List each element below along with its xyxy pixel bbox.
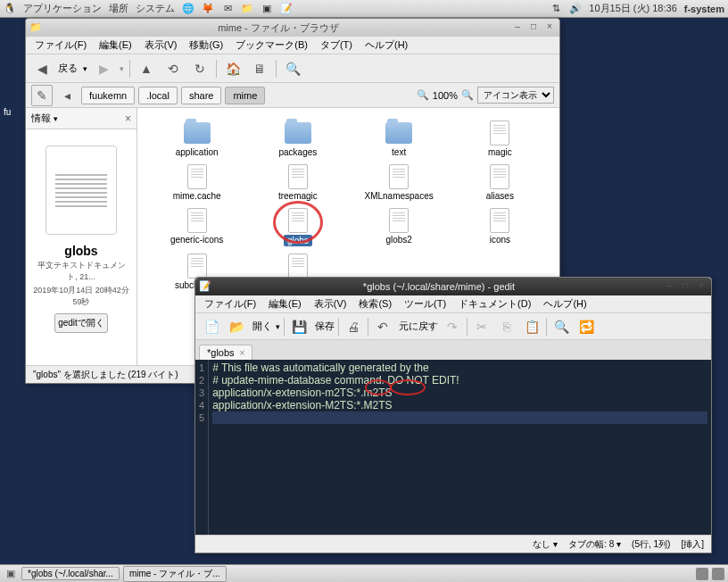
- gedit-titlebar[interactable]: 📝 *globs (~/.local/share/mime) - gedit –…: [195, 278, 711, 295]
- fm-titlebar[interactable]: 📁 mime - ファイル・ブラウザ – □ ×: [26, 19, 559, 37]
- file-item-text[interactable]: text: [351, 119, 448, 159]
- workspace-switcher[interactable]: [696, 568, 708, 580]
- file-manager-icon[interactable]: 📁: [241, 3, 253, 15]
- browser-icon[interactable]: 🌐: [182, 3, 194, 15]
- menu-system[interactable]: システム: [136, 2, 175, 15]
- close-button[interactable]: ×: [543, 21, 556, 34]
- home-button[interactable]: 🏠: [222, 58, 244, 79]
- gedit-maximize-button[interactable]: □: [679, 280, 691, 293]
- status-tabwidth[interactable]: タブの幅: 8 ▾: [568, 538, 621, 551]
- file-item-icons[interactable]: icons: [451, 206, 549, 248]
- path-segment-0[interactable]: fuukemn: [81, 87, 135, 104]
- menu-view[interactable]: 表示(V): [139, 37, 183, 54]
- sidebar-close-button[interactable]: ×: [125, 112, 131, 125]
- path-history-button[interactable]: ◂: [56, 85, 78, 106]
- file-item-XMLnamespaces[interactable]: XMLnamespaces: [351, 162, 448, 203]
- preview-doc-icon: [46, 146, 117, 235]
- status-encoding[interactable]: なし ▾: [533, 538, 558, 551]
- gedit-menu-tools[interactable]: ツール(T): [399, 295, 451, 312]
- back-label[interactable]: 戻る: [58, 62, 78, 75]
- folder-icon: [284, 121, 312, 146]
- save-button[interactable]: 💾: [288, 316, 310, 337]
- menu-bookmarks[interactable]: ブックマーク(B): [230, 37, 313, 54]
- gedit-menu-edit[interactable]: 編集(E): [263, 295, 307, 312]
- file-item-magic[interactable]: magic: [451, 119, 549, 159]
- menu-places[interactable]: 場所: [109, 2, 128, 15]
- terminal-icon[interactable]: ▣: [261, 3, 273, 15]
- line-gutter: 12345: [195, 360, 209, 535]
- path-segment-1[interactable]: .local: [138, 87, 178, 104]
- replace-button[interactable]: 🔁: [575, 316, 597, 337]
- stop-button[interactable]: ⟲: [162, 58, 184, 79]
- paste-button[interactable]: 📋: [521, 316, 542, 337]
- gedit-menu-view[interactable]: 表示(V): [309, 295, 352, 312]
- menu-file[interactable]: ファイル(F): [29, 37, 92, 54]
- gedit-close-button[interactable]: ×: [695, 280, 707, 293]
- file-label: icons: [490, 235, 510, 245]
- task-gedit[interactable]: *globs (~/.local/shar...: [21, 567, 120, 580]
- menu-help[interactable]: ヘルプ(H): [360, 37, 413, 54]
- open-dropdown-icon[interactable]: ▾: [276, 322, 280, 331]
- code-content[interactable]: # This file was automatically generated …: [209, 360, 711, 535]
- new-file-button[interactable]: 📄: [201, 316, 222, 337]
- tab-close-button[interactable]: ×: [240, 348, 245, 358]
- cut-button[interactable]: ✂: [471, 316, 492, 337]
- forward-button[interactable]: ▶: [93, 58, 114, 79]
- reload-button[interactable]: ↻: [189, 58, 211, 79]
- minimize-button[interactable]: –: [511, 21, 524, 34]
- file-item-globs[interactable]: globs: [249, 206, 346, 248]
- path-segment-2[interactable]: share: [181, 87, 222, 104]
- edit-path-button[interactable]: ✎: [31, 85, 53, 106]
- gedit-menu-documents[interactable]: ドキュメント(D): [453, 295, 536, 312]
- clock[interactable]: 10月15日 (火) 18:36: [589, 2, 676, 15]
- up-button[interactable]: ▲: [136, 58, 157, 79]
- menu-edit[interactable]: 編集(E): [94, 37, 137, 54]
- computer-button[interactable]: 🖥: [249, 58, 270, 79]
- redo-button[interactable]: ↷: [442, 316, 463, 337]
- volume-icon[interactable]: 🔊: [569, 3, 582, 15]
- menu-go[interactable]: 移動(G): [184, 37, 228, 54]
- back-dropdown-icon[interactable]: ▾: [83, 64, 87, 73]
- task-filemanager[interactable]: mime - ファイル・ブ...: [123, 566, 227, 582]
- file-item-packages[interactable]: packages: [249, 119, 346, 159]
- open-with-button[interactable]: geditで開く: [54, 313, 108, 333]
- document-icon: [385, 208, 413, 233]
- gedit-menu-help[interactable]: ヘルプ(H): [538, 295, 592, 312]
- menu-tabs[interactable]: タブ(T): [315, 37, 358, 54]
- undo-button[interactable]: ↶: [372, 316, 393, 337]
- editor-icon[interactable]: 📝: [280, 3, 293, 15]
- back-button[interactable]: ◀: [31, 58, 53, 79]
- network-icon[interactable]: ⇅: [550, 3, 562, 15]
- file-item-globs2[interactable]: globs2: [351, 206, 448, 248]
- view-mode-select[interactable]: アイコン表示: [477, 87, 554, 104]
- find-button[interactable]: 🔍: [550, 316, 572, 337]
- print-button[interactable]: 🖨: [343, 316, 364, 337]
- file-item-application[interactable]: application: [148, 119, 245, 159]
- copy-button[interactable]: ⎘: [496, 316, 517, 337]
- file-item-aliases[interactable]: aliases: [451, 162, 549, 203]
- menu-applications[interactable]: アプリケーション: [23, 2, 102, 15]
- file-label: packages: [278, 147, 317, 157]
- gedit-minimize-button[interactable]: –: [663, 280, 675, 293]
- zoom-out-icon[interactable]: 🔍: [417, 89, 429, 101]
- maximize-button[interactable]: □: [527, 21, 540, 34]
- gedit-menu-search[interactable]: 検索(S): [353, 295, 397, 312]
- file-item-mime.cache[interactable]: mime.cache: [148, 162, 245, 203]
- gedit-menu-file[interactable]: ファイル(F): [199, 295, 261, 312]
- desktop-icon[interactable]: fu: [4, 107, 11, 117]
- show-desktop-button[interactable]: ▣: [4, 567, 18, 581]
- file-item-treemagic[interactable]: treemagic: [249, 162, 346, 203]
- firefox-icon[interactable]: 🦊: [202, 3, 214, 15]
- trash-icon[interactable]: [712, 568, 724, 580]
- editor-area[interactable]: 12345 # This file was automatically gene…: [195, 360, 711, 535]
- gedit-tab[interactable]: *globs ×: [199, 345, 252, 360]
- chevron-down-icon[interactable]: ▾: [54, 114, 58, 123]
- zoom-in-icon[interactable]: 🔍: [461, 89, 474, 101]
- file-item-generic-icons[interactable]: generic-icons: [148, 206, 245, 248]
- search-button[interactable]: 🔍: [282, 58, 303, 79]
- gedit-toolbar: 📄 📂 開く ▾ 💾 保存 🖨 ↶ 元に戻す ↷ ✂ ⎘ 📋 🔍 🔁: [195, 313, 711, 340]
- path-segment-3[interactable]: mime: [225, 87, 265, 104]
- mail-icon[interactable]: ✉: [221, 3, 234, 15]
- open-button[interactable]: 📂: [226, 316, 247, 337]
- user-label[interactable]: f-system: [684, 4, 724, 14]
